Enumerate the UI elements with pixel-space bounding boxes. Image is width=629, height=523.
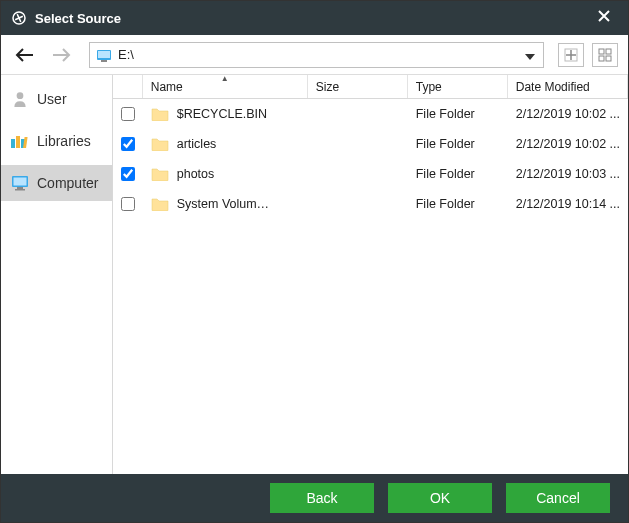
close-icon <box>597 9 611 23</box>
file-row[interactable]: $RECYCLE.BINFile Folder2/12/2019 10:02 .… <box>113 99 628 129</box>
folder-icon <box>151 107 169 121</box>
dialog-title: Select Source <box>35 11 588 26</box>
navbar: E:\ <box>1 35 628 75</box>
column-label: Date Modified <box>516 80 590 94</box>
column-header-type[interactable]: Type <box>408 75 508 98</box>
ok-button[interactable]: OK <box>388 483 492 513</box>
close-button[interactable] <box>588 9 620 27</box>
svg-rect-16 <box>17 187 23 189</box>
sidebar-item-label: User <box>37 91 67 107</box>
user-icon <box>11 91 29 107</box>
drive-icon <box>96 47 112 63</box>
folder-icon <box>151 197 169 211</box>
file-row[interactable]: System Volum…File Folder2/12/2019 10:14 … <box>113 189 628 219</box>
folder-icon <box>151 137 169 151</box>
sidebar-item-user[interactable]: User <box>1 81 112 117</box>
path-input[interactable]: E:\ <box>89 42 544 68</box>
file-row[interactable]: photosFile Folder2/12/2019 10:03 ... <box>113 159 628 189</box>
grid-icon <box>598 48 612 62</box>
file-name: photos <box>177 167 215 181</box>
app-icon <box>11 10 27 26</box>
file-name: System Volum… <box>177 197 269 211</box>
path-text: E:\ <box>118 47 517 62</box>
svg-rect-6 <box>606 49 611 54</box>
column-header-size[interactable]: Size <box>308 75 408 98</box>
arrow-left-icon <box>15 47 35 63</box>
view-mode-button[interactable] <box>592 43 618 67</box>
file-date: 2/12/2019 10:03 ... <box>508 167 628 181</box>
file-date: 2/12/2019 10:14 ... <box>508 197 628 211</box>
sidebar-item-computer[interactable]: Computer <box>1 165 112 201</box>
nav-forward-button[interactable] <box>47 41 75 69</box>
libraries-icon <box>11 133 29 149</box>
file-row[interactable]: articlesFile Folder2/12/2019 10:02 ... <box>113 129 628 159</box>
titlebar: Select Source <box>1 1 628 35</box>
sidebar-item-label: Libraries <box>37 133 91 149</box>
new-folder-button[interactable] <box>558 43 584 67</box>
svg-point-9 <box>17 92 24 99</box>
row-checkbox[interactable] <box>121 107 135 121</box>
sidebar-item-label: Computer <box>37 175 98 191</box>
sidebar: UserLibrariesComputer <box>1 75 113 474</box>
sort-indicator-icon: ▲ <box>221 74 229 83</box>
file-rows: $RECYCLE.BINFile Folder2/12/2019 10:02 .… <box>113 99 628 474</box>
file-date: 2/12/2019 10:02 ... <box>508 107 628 121</box>
column-header-name[interactable]: ▲ Name <box>143 75 308 98</box>
column-headers: ▲ Name Size Type Date Modified <box>113 75 628 99</box>
svg-rect-11 <box>16 136 20 148</box>
folder-icon <box>151 167 169 181</box>
arrow-right-icon <box>51 47 71 63</box>
svg-rect-7 <box>599 56 604 61</box>
file-date: 2/12/2019 10:02 ... <box>508 137 628 151</box>
svg-rect-10 <box>11 139 15 148</box>
column-label: Size <box>316 80 339 94</box>
svg-rect-17 <box>15 189 25 191</box>
nav-back-button[interactable] <box>11 41 39 69</box>
main-area: UserLibrariesComputer ▲ Name Size Type D… <box>1 75 628 474</box>
column-header-check[interactable] <box>113 75 143 98</box>
svg-rect-5 <box>599 49 604 54</box>
svg-rect-2 <box>98 51 110 58</box>
footer: Back OK Cancel <box>1 474 628 522</box>
cancel-button[interactable]: Cancel <box>506 483 610 513</box>
select-source-dialog: Select Source E:\ UserLibrar <box>0 0 629 523</box>
row-checkbox[interactable] <box>121 167 135 181</box>
column-label: Type <box>416 80 442 94</box>
column-header-date[interactable]: Date Modified <box>508 75 628 98</box>
row-checkbox[interactable] <box>121 137 135 151</box>
chevron-down-icon <box>525 54 535 60</box>
computer-icon <box>11 175 29 191</box>
row-checkbox[interactable] <box>121 197 135 211</box>
file-name: articles <box>177 137 217 151</box>
file-type: File Folder <box>408 197 508 211</box>
back-button[interactable]: Back <box>270 483 374 513</box>
svg-rect-8 <box>606 56 611 61</box>
path-dropdown-button[interactable] <box>523 46 537 64</box>
svg-rect-3 <box>101 60 107 62</box>
sidebar-item-libraries[interactable]: Libraries <box>1 123 112 159</box>
file-type: File Folder <box>408 167 508 181</box>
file-list: ▲ Name Size Type Date Modified $RECYCLE.… <box>113 75 628 474</box>
svg-rect-15 <box>14 178 27 186</box>
file-name: $RECYCLE.BIN <box>177 107 267 121</box>
plus-icon <box>564 48 578 62</box>
file-type: File Folder <box>408 137 508 151</box>
file-type: File Folder <box>408 107 508 121</box>
column-label: Name <box>151 80 183 94</box>
